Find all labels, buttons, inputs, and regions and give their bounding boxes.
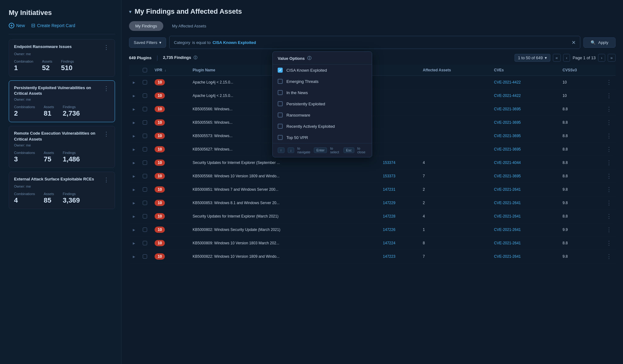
row-plugin-id-6[interactable]: 153374 bbox=[379, 156, 419, 170]
prev-page-button[interactable]: ‹ bbox=[563, 54, 570, 62]
dropdown-option-persistent[interactable]: Persistently Exploited bbox=[273, 98, 372, 109]
tab-findings[interactable]: My Findings bbox=[129, 21, 163, 31]
chevron-icon[interactable]: ▾ bbox=[129, 9, 132, 15]
row-checkbox-10[interactable] bbox=[139, 210, 151, 223]
initiative-menu-icon[interactable]: ⋮ bbox=[102, 44, 110, 51]
dropdown-option-news[interactable]: In the News bbox=[273, 87, 372, 98]
row-plugin-id-4[interactable] bbox=[379, 129, 419, 143]
row-expand-12[interactable]: ▶ bbox=[129, 237, 139, 250]
dropdown-option-recent[interactable]: Recently Actively Exploited bbox=[273, 121, 372, 132]
row-checkbox-6[interactable] bbox=[139, 156, 151, 170]
row-expand-4[interactable]: ▶ bbox=[129, 129, 139, 143]
row-checkbox-2[interactable] bbox=[139, 103, 151, 116]
row-actions-8[interactable]: ⋮ bbox=[602, 183, 616, 196]
row-cve-6[interactable]: CVE-2021-4044 bbox=[490, 156, 559, 170]
row-actions-6[interactable]: ⋮ bbox=[602, 156, 616, 170]
row-plugin-id-10[interactable]: 147228 bbox=[379, 210, 419, 223]
row-actions-3[interactable]: ⋮ bbox=[602, 116, 616, 129]
create-report-card-button[interactable]: ⊟ Create Report Card bbox=[31, 22, 75, 28]
row-actions-1[interactable]: ⋮ bbox=[602, 89, 616, 103]
row-actions-13[interactable]: ⋮ bbox=[602, 250, 616, 263]
dropdown-option-top50[interactable]: Top 50 VPR bbox=[273, 132, 372, 143]
row-plugin-id-13[interactable]: 147223 bbox=[379, 250, 419, 263]
row-cve-3[interactable]: CVE-2021-3695 bbox=[490, 116, 559, 129]
row-checkbox-11[interactable] bbox=[139, 223, 151, 237]
row-cve-0[interactable]: CVE-2021-4422 bbox=[490, 76, 559, 89]
row-expand-1[interactable]: ▶ bbox=[129, 89, 139, 103]
row-actions-12[interactable]: ⋮ bbox=[602, 237, 616, 250]
row-plugin-id-9[interactable]: 147229 bbox=[379, 196, 419, 210]
tab-assets[interactable]: My Affected Assets bbox=[166, 21, 213, 31]
row-actions-10[interactable]: ⋮ bbox=[602, 210, 616, 223]
row-cve-9[interactable]: CVE-2021-2641 bbox=[490, 196, 559, 210]
row-plugin-id-2[interactable] bbox=[379, 103, 419, 116]
row-checkbox-4[interactable] bbox=[139, 129, 151, 143]
row-plugin-id-12[interactable]: 147224 bbox=[379, 237, 419, 250]
filter-clear-button[interactable]: ✕ bbox=[572, 40, 576, 46]
row-cve-10[interactable]: CVE-2021-2641 bbox=[490, 210, 559, 223]
first-page-button[interactable]: « bbox=[553, 54, 561, 62]
saved-filters-button[interactable]: Saved Filters ▾ bbox=[129, 37, 166, 48]
select-all-checkbox[interactable] bbox=[143, 68, 147, 72]
row-expand-2[interactable]: ▶ bbox=[129, 103, 139, 116]
initiative-menu-icon[interactable]: ⋮ bbox=[102, 131, 110, 137]
new-button[interactable]: + New bbox=[9, 23, 25, 28]
row-checkbox-13[interactable] bbox=[139, 250, 151, 263]
row-cve-8[interactable]: CVE-2021-2641 bbox=[490, 183, 559, 196]
row-checkbox-1[interactable] bbox=[139, 89, 151, 103]
row-expand-10[interactable]: ▶ bbox=[129, 210, 139, 223]
dropdown-option-cisa[interactable]: CISA Known Exploited bbox=[273, 65, 372, 76]
row-cve-7[interactable]: CVE-2021-3695 bbox=[490, 170, 559, 183]
row-expand-3[interactable]: ▶ bbox=[129, 116, 139, 129]
option-checkbox-recent[interactable] bbox=[278, 124, 283, 129]
row-expand-6[interactable]: ▶ bbox=[129, 156, 139, 170]
initiative-card-1[interactable]: Endpoint Ransomware Issues ⋮ Owner: me C… bbox=[9, 39, 115, 77]
row-expand-11[interactable]: ▶ bbox=[129, 223, 139, 237]
row-cve-5[interactable]: CVE-2021-3695 bbox=[490, 143, 559, 156]
initiative-card-2[interactable]: Persistently Exploited Vulnerabilities o… bbox=[9, 80, 115, 122]
next-page-button[interactable]: › bbox=[598, 54, 605, 62]
row-plugin-id-7[interactable]: 153373 bbox=[379, 170, 419, 183]
last-page-button[interactable]: » bbox=[608, 54, 616, 62]
option-checkbox-ransomware[interactable] bbox=[278, 113, 283, 117]
row-actions-11[interactable]: ⋮ bbox=[602, 223, 616, 237]
dropdown-option-ransomware[interactable]: Ransomware bbox=[273, 109, 372, 121]
row-actions-7[interactable]: ⋮ bbox=[602, 170, 616, 183]
row-actions-2[interactable]: ⋮ bbox=[602, 103, 616, 116]
row-cve-1[interactable]: CVE-2021-4422 bbox=[490, 89, 559, 103]
vpr-col-header[interactable]: VPR ↓ bbox=[151, 65, 189, 76]
row-plugin-id-8[interactable]: 147231 bbox=[379, 183, 419, 196]
row-cve-2[interactable]: CVE-2021-3695 bbox=[490, 103, 559, 116]
row-expand-8[interactable]: ▶ bbox=[129, 183, 139, 196]
initiative-card-4[interactable]: External Attack Surface Exploitable RCEs… bbox=[9, 172, 115, 209]
row-checkbox-12[interactable] bbox=[139, 237, 151, 250]
row-checkbox-7[interactable] bbox=[139, 170, 151, 183]
option-checkbox-emerging[interactable] bbox=[278, 79, 283, 84]
row-expand-13[interactable]: ▶ bbox=[129, 250, 139, 263]
option-checkbox-persistent[interactable] bbox=[278, 101, 283, 106]
row-plugin-id-0[interactable] bbox=[379, 76, 419, 89]
initiative-menu-icon[interactable]: ⋮ bbox=[102, 176, 110, 183]
row-actions-4[interactable]: ⋮ bbox=[602, 129, 616, 143]
initiative-card-3[interactable]: Remote Code Execution Vulnerabilities on… bbox=[9, 126, 115, 168]
row-expand-7[interactable]: ▶ bbox=[129, 170, 139, 183]
row-plugin-id-3[interactable] bbox=[379, 116, 419, 129]
row-checkbox-9[interactable] bbox=[139, 196, 151, 210]
filter-input-area[interactable]: Category is equal to CISA Known Exploite… bbox=[169, 36, 581, 49]
option-checkbox-news[interactable] bbox=[278, 90, 283, 95]
row-cve-13[interactable]: CVE-2021-2641 bbox=[490, 250, 559, 263]
row-expand-5[interactable]: ▶ bbox=[129, 143, 139, 156]
row-checkbox-0[interactable] bbox=[139, 76, 151, 89]
row-checkbox-3[interactable] bbox=[139, 116, 151, 129]
option-checkbox-cisa[interactable] bbox=[278, 68, 283, 73]
apply-button[interactable]: 🔍 Apply bbox=[583, 37, 616, 48]
page-range[interactable]: 1 to 50 of 649 ▾ bbox=[515, 54, 550, 62]
row-checkbox-5[interactable] bbox=[139, 143, 151, 156]
row-expand-9[interactable]: ▶ bbox=[129, 196, 139, 210]
row-expand-0[interactable]: ▶ bbox=[129, 76, 139, 89]
row-plugin-id-11[interactable]: 147226 bbox=[379, 223, 419, 237]
row-plugin-id-5[interactable] bbox=[379, 143, 419, 156]
row-checkbox-8[interactable] bbox=[139, 183, 151, 196]
dropdown-option-emerging[interactable]: Emerging Threats bbox=[273, 76, 372, 87]
row-actions-9[interactable]: ⋮ bbox=[602, 196, 616, 210]
